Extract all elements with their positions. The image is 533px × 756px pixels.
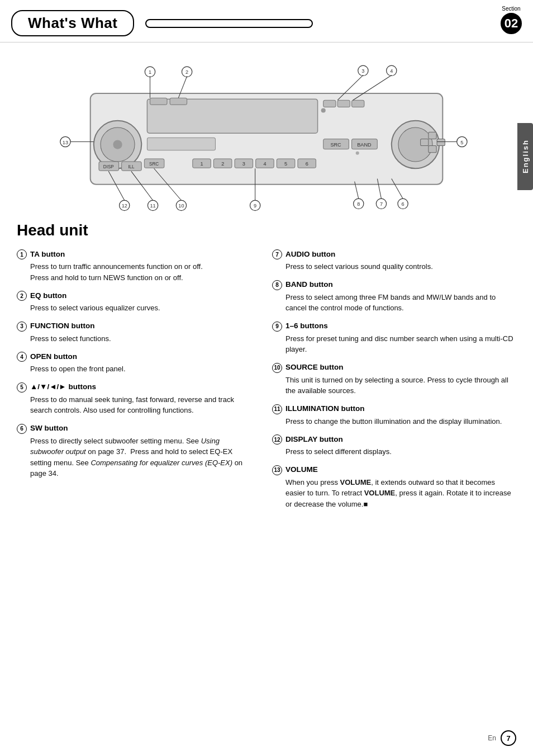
- list-item: 9 1–6 buttons Press for preset tuning an…: [272, 322, 516, 355]
- item-desc-2: Press to select various equalizer curves…: [17, 303, 250, 314]
- svg-text:DISP: DISP: [103, 164, 114, 169]
- item-header-7: 7 AUDIO button: [272, 249, 516, 259]
- item-name-4: OPEN button: [30, 352, 77, 361]
- head-unit-diagram: 1 2 3 4 5 6 SRC BAND DISP ILL SRC 1 2 3: [34, 59, 499, 213]
- item-number-8: 8: [272, 280, 282, 290]
- list-item: 13 VOLUME When you press VOLUME, it exte…: [272, 465, 516, 510]
- item-desc-4: Press to open the front panel.: [17, 363, 250, 375]
- item-name-13: VOLUME: [285, 465, 318, 474]
- list-item: 8 BAND button Press to select among thre…: [272, 280, 516, 314]
- item-desc-3: Press to select functions.: [17, 333, 250, 344]
- svg-text:5: 5: [460, 140, 463, 145]
- item-name-11: ILLUMINATION button: [285, 404, 364, 413]
- svg-text:5: 5: [284, 161, 287, 167]
- item-number-2: 2: [17, 291, 27, 301]
- item-header-6: 6 SW button: [17, 424, 250, 434]
- list-item: 6 SW button Press to directly select sub…: [17, 424, 250, 479]
- svg-text:1: 1: [149, 69, 151, 75]
- svg-text:6: 6: [402, 201, 404, 207]
- item-header-9: 9 1–6 buttons: [272, 322, 516, 332]
- list-item: 1 TA button Press to turn traffic announ…: [17, 249, 250, 283]
- svg-text:2: 2: [185, 69, 188, 75]
- item-desc-6: Press to directly select subwoofer setti…: [17, 436, 250, 479]
- list-item: 10 SOURCE button This unit is turned on …: [272, 363, 516, 396]
- list-item: 12 DISPLAY button Press to select differ…: [272, 434, 516, 457]
- svg-text:SRC: SRC: [149, 162, 159, 167]
- svg-rect-13: [352, 100, 364, 107]
- list-item: 3 FUNCTION button Press to select functi…: [17, 322, 250, 344]
- page-footer: En 7: [488, 730, 516, 746]
- section-badge: Section 02: [501, 6, 522, 34]
- item-header-4: 4 OPEN button: [17, 352, 250, 362]
- item-header-12: 12 DISPLAY button: [272, 434, 516, 445]
- svg-text:1: 1: [201, 161, 203, 167]
- svg-text:2: 2: [221, 161, 224, 167]
- left-column: Head unit 1 TA button Press to turn traf…: [17, 221, 266, 517]
- svg-rect-16: [170, 98, 187, 105]
- item-desc-13: When you press VOLUME, it extends outwar…: [272, 477, 516, 510]
- footer-page-number: 7: [501, 730, 516, 746]
- svg-text:4: 4: [390, 68, 393, 74]
- svg-rect-9: [421, 139, 429, 145]
- svg-rect-8: [437, 139, 445, 145]
- item-name-7: AUDIO button: [285, 250, 335, 258]
- section-label: Section: [502, 6, 520, 12]
- header-right-box: [145, 19, 313, 28]
- item-header-10: 10 SOURCE button: [272, 363, 516, 373]
- item-header-13: 13 VOLUME: [272, 465, 516, 475]
- item-name-8: BAND button: [285, 280, 333, 289]
- item-header-8: 8 BAND button: [272, 280, 516, 290]
- diagram-area: 1 2 3 4 5 6 SRC BAND DISP ILL SRC 1 2 3: [0, 42, 533, 216]
- item-header-2: 2 EQ button: [17, 291, 250, 301]
- item-number-3: 3: [17, 322, 27, 332]
- svg-text:3: 3: [361, 68, 364, 74]
- page-title: What's What: [28, 15, 117, 31]
- item-number-7: 7: [272, 249, 282, 259]
- item-number-6: 6: [17, 424, 27, 434]
- item-name-1: TA button: [30, 250, 65, 258]
- item-name-10: SOURCE button: [285, 363, 344, 371]
- item-header-11: 11 ILLUMINATION button: [272, 404, 516, 414]
- item-desc-9: Press for preset tuning and disc number …: [272, 333, 516, 355]
- svg-text:12: 12: [122, 203, 127, 209]
- svg-point-3: [113, 140, 122, 149]
- svg-text:9: 9: [254, 203, 256, 209]
- item-desc-1: Press to turn traffic announcements func…: [17, 261, 250, 283]
- item-number-10: 10: [272, 363, 282, 373]
- footer-en-label: En: [488, 734, 496, 742]
- item-header-3: 3 FUNCTION button: [17, 322, 250, 332]
- list-item: 5 ▲/▼/◄/► buttons Press to do manual see…: [17, 382, 250, 416]
- head-unit-title: Head unit: [17, 221, 250, 239]
- svg-text:4: 4: [263, 161, 266, 167]
- svg-rect-7: [429, 146, 436, 153]
- title-box: What's What: [11, 10, 134, 36]
- svg-rect-6: [429, 132, 436, 139]
- list-item: 11 ILLUMINATION button Press to change t…: [272, 404, 516, 427]
- right-column: 7 AUDIO button Press to select various s…: [266, 221, 516, 517]
- item-desc-12: Press to select different displays.: [272, 446, 516, 457]
- main-content: Head unit 1 TA button Press to turn traf…: [0, 216, 533, 528]
- svg-point-39: [321, 108, 326, 112]
- svg-point-40: [356, 152, 359, 155]
- item-name-12: DISPLAY button: [285, 435, 343, 443]
- item-desc-11: Press to change the button illumination …: [272, 416, 516, 427]
- svg-text:BAND: BAND: [357, 142, 372, 148]
- item-name-9: 1–6 buttons: [285, 322, 328, 330]
- item-name-5: ▲/▼/◄/► buttons: [30, 382, 96, 391]
- item-desc-8: Press to select among three FM bands and…: [272, 292, 516, 314]
- item-number-11: 11: [272, 404, 282, 414]
- svg-text:8: 8: [357, 201, 360, 207]
- item-number-9: 9: [272, 322, 282, 332]
- svg-text:10: 10: [178, 203, 184, 209]
- svg-rect-14: [147, 138, 215, 150]
- item-header-5: 5 ▲/▼/◄/► buttons: [17, 382, 250, 393]
- list-item: 2 EQ button Press to select various equa…: [17, 291, 250, 314]
- item-name-3: FUNCTION button: [30, 322, 94, 330]
- item-number-4: 4: [17, 352, 27, 362]
- svg-rect-15: [150, 98, 168, 105]
- item-number-1: 1: [17, 249, 27, 259]
- item-name-2: EQ button: [30, 291, 66, 300]
- item-number-13: 13: [272, 465, 282, 475]
- item-desc-10: This unit is turned on by selecting a so…: [272, 375, 516, 396]
- svg-text:6: 6: [306, 161, 308, 167]
